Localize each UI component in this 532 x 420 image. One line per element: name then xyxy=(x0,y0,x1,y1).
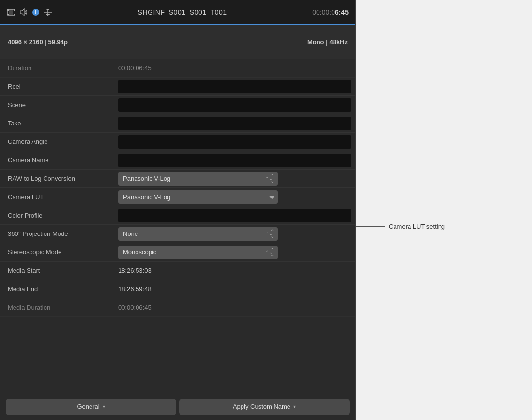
camera-lut-label: Camera LUT xyxy=(0,193,116,201)
svg-rect-5 xyxy=(9,9,13,15)
reel-row: Reel xyxy=(0,78,355,96)
duration-row: Duration 00:00:06:45 xyxy=(0,59,355,78)
reel-input[interactable] xyxy=(118,80,351,93)
stereoscopic-mode-row: Stereoscopic Mode Monoscopic Side by Sid… xyxy=(0,243,355,262)
stereoscopic-mode-value: Monoscopic Side by Side Top/Bottom ⌃⌄ xyxy=(116,246,355,259)
header-icons: i xyxy=(7,8,52,16)
raw-to-log-value: Panasonic V-Log None Canon Log Sony S-Lo… xyxy=(116,172,355,186)
annotation-line xyxy=(356,226,385,227)
take-row: Take xyxy=(0,114,355,133)
general-button[interactable]: General ▾ xyxy=(6,399,176,415)
camera-angle-input[interactable] xyxy=(118,135,351,149)
left-panel: i SHGINF_S001_S001_T001 00:00:06:45 xyxy=(0,0,356,420)
raw-to-log-select[interactable]: Panasonic V-Log None Canon Log Sony S-Lo… xyxy=(118,172,278,186)
media-end-row: Media End 18:26:59:48 xyxy=(0,280,355,298)
media-duration-value: 00:00:06:45 xyxy=(116,304,355,311)
svg-text:i: i xyxy=(35,10,37,15)
properties-table[interactable]: Duration 00:00:06:45 Reel Scene xyxy=(0,59,355,393)
camera-name-row: Camera Name xyxy=(0,151,355,170)
stereoscopic-mode-select[interactable]: Monoscopic Side by Side Top/Bottom xyxy=(118,246,278,259)
clip-name: SHGINF_S001_S001_T001 xyxy=(57,8,307,16)
general-label: General xyxy=(77,403,99,410)
reel-label: Reel xyxy=(0,83,116,90)
duration-value: 00:00:06:45 xyxy=(116,64,355,72)
duration-label: Duration xyxy=(0,64,116,72)
scene-input[interactable] xyxy=(118,98,351,112)
properties-area: Duration 00:00:06:45 Reel Scene xyxy=(0,59,355,393)
info-icon[interactable]: i xyxy=(32,8,40,16)
color-profile-label: Color Profile xyxy=(0,212,116,219)
raw-to-log-label: RAW to Log Conversion xyxy=(0,175,116,182)
raw-to-log-row: RAW to Log Conversion Panasonic V-Log No… xyxy=(0,170,355,188)
camera-angle-label: Camera Angle xyxy=(0,138,116,145)
camera-lut-value: Panasonic V-Log None Canon Log Sony S-Lo… xyxy=(116,190,355,204)
svg-rect-1 xyxy=(7,9,9,11)
apply-custom-name-button[interactable]: Apply Custom Name ▾ xyxy=(179,399,350,415)
take-label: Take xyxy=(0,120,116,127)
projection-mode-select[interactable]: None Equirectangular Cubic xyxy=(118,227,278,241)
media-start-row: Media Start 18:26:53:03 xyxy=(0,262,355,280)
projection-mode-value: None Equirectangular Cubic ⌃⌄ xyxy=(116,227,355,241)
scene-label: Scene xyxy=(0,101,116,109)
film-icon[interactable] xyxy=(7,9,15,16)
timecode-highlight: 6:45 xyxy=(335,8,349,16)
camera-angle-value xyxy=(116,135,355,149)
scene-value xyxy=(116,98,355,112)
camera-name-label: Camera Name xyxy=(0,156,116,164)
speaker-icon[interactable] xyxy=(19,8,28,16)
stereoscopic-mode-label: Stereoscopic Mode xyxy=(0,249,116,256)
apply-label: Apply Custom Name xyxy=(233,403,290,410)
transform-icon[interactable] xyxy=(44,8,52,16)
main-container: i SHGINF_S001_S001_T001 00:00:06:45 xyxy=(0,0,532,420)
reel-value xyxy=(116,80,355,93)
svg-marker-10 xyxy=(46,9,50,10)
resolution-info: 4096 × 2160 | 59.94p xyxy=(8,38,68,46)
media-duration-row: Media Duration 00:00:06:45 xyxy=(0,298,355,317)
svg-rect-2 xyxy=(14,9,15,11)
projection-mode-row: 360° Projection Mode None Equirectangula… xyxy=(0,225,355,243)
annotation-text: Camera LUT setting xyxy=(385,223,449,230)
timecode: 00:00:06:45 xyxy=(312,8,349,16)
color-profile-value xyxy=(116,209,355,222)
take-input[interactable] xyxy=(118,117,351,130)
svg-rect-3 xyxy=(7,14,9,15)
media-start-label: Media Start xyxy=(0,267,116,274)
svg-marker-11 xyxy=(46,14,50,16)
color-profile-row: Color Profile xyxy=(0,206,355,225)
info-bar: 4096 × 2160 | 59.94p Mono | 48kHz xyxy=(0,25,355,59)
camera-lut-row: Camera LUT Panasonic V-Log None Canon Lo… xyxy=(0,188,355,206)
scene-row: Scene xyxy=(0,96,355,114)
timecode-prefix: 00:00:0 xyxy=(312,8,335,16)
camera-angle-row: Camera Angle xyxy=(0,133,355,151)
color-profile-input[interactable] xyxy=(118,209,351,222)
camera-name-input[interactable] xyxy=(118,154,351,167)
footer-bar: General ▾ Apply Custom Name ▾ xyxy=(0,393,355,420)
apply-chevron: ▾ xyxy=(293,404,296,409)
media-end-value: 18:26:59:48 xyxy=(116,285,355,293)
annotation-container: Camera LUT setting xyxy=(356,223,449,230)
media-end-label: Media End xyxy=(0,285,116,293)
camera-lut-select[interactable]: Panasonic V-Log None Canon Log Sony S-Lo… xyxy=(118,190,278,204)
camera-name-value xyxy=(116,154,355,167)
header-bar: i SHGINF_S001_S001_T001 00:00:06:45 xyxy=(0,0,355,25)
svg-marker-6 xyxy=(20,9,24,16)
svg-rect-4 xyxy=(14,14,15,15)
media-start-value: 18:26:53:03 xyxy=(116,267,355,274)
general-chevron: ▾ xyxy=(103,404,105,409)
projection-mode-label: 360° Projection Mode xyxy=(0,230,116,237)
media-duration-label: Media Duration xyxy=(0,304,116,311)
audio-info: Mono | 48kHz xyxy=(307,38,348,46)
right-panel: Camera LUT setting xyxy=(356,0,532,420)
take-value xyxy=(116,117,355,130)
